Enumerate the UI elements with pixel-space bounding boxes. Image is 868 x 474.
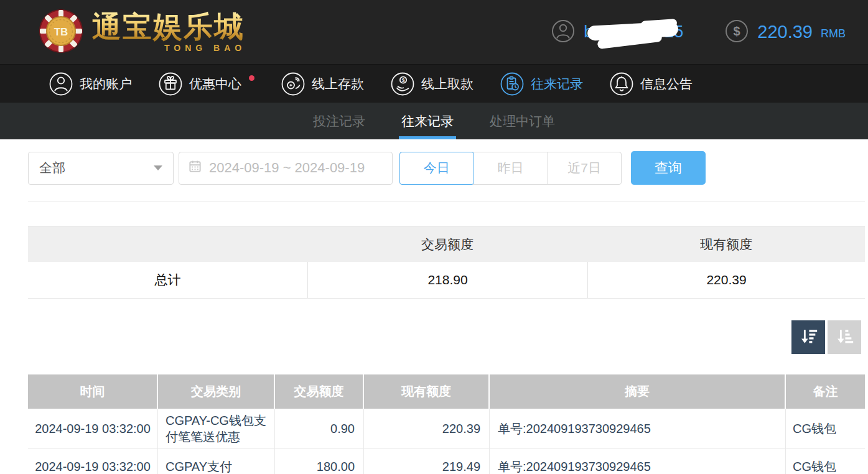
balance[interactable]: $ 220.39 RMB: [724, 19, 846, 46]
cell-summary: 单号:202409193730929465: [490, 449, 786, 474]
dollar-coin-icon: $: [724, 19, 749, 46]
nav-label: 线上存款: [312, 75, 364, 93]
cell-type: CGPAY支付: [158, 449, 275, 474]
tab-pending-orders[interactable]: 处理中订单: [488, 103, 557, 139]
poker-chip-logo-icon: TB: [39, 9, 83, 56]
notification-dot: [249, 75, 254, 81]
sort-ascending-button[interactable]: [828, 320, 861, 354]
balance-currency: RMB: [821, 27, 846, 40]
summary-header-amount: 交易额度: [307, 226, 587, 262]
username-redacted: bc 25: [584, 19, 683, 45]
cell-note: CG钱包: [786, 449, 865, 474]
clipboard-clock-icon: [500, 72, 525, 96]
nav-label: 往来记录: [531, 75, 583, 93]
person-icon: [49, 72, 73, 96]
cell-type: CGPAY-CG钱包支付笔笔送优惠: [158, 409, 275, 448]
user-account[interactable]: bc 25: [551, 19, 683, 46]
summary-total-label: 总计: [28, 262, 307, 298]
quick-range-label: 今日: [424, 159, 450, 177]
nav-label: 我的账户: [80, 75, 132, 93]
record-tabs-bar: 投注记录 往来记录 处理中订单: [0, 103, 868, 139]
sort-descending-button[interactable]: [791, 320, 825, 354]
tab-label: 往来记录: [401, 113, 454, 130]
nav-item-deposit[interactable]: 线上存款: [281, 72, 364, 96]
coin-hand-withdraw-icon: $: [390, 72, 415, 96]
summary-total-balance: 220.39: [587, 262, 865, 298]
records-header-row: 时间 交易类别 交易额度 现有额度 摘要 备注: [28, 374, 865, 409]
cell-time: 2024-09-19 03:32:00: [28, 449, 158, 474]
nav-item-promotions[interactable]: 优惠中心: [158, 72, 254, 96]
nav-label: 优惠中心: [189, 75, 241, 93]
col-header-time: 时间: [28, 374, 158, 409]
sort-ascending-icon: [834, 326, 855, 349]
nav-item-transaction-records[interactable]: 往来记录: [500, 72, 583, 96]
col-header-summary: 摘要: [490, 374, 786, 409]
cell-amount: 180.00: [275, 449, 364, 474]
quick-range-today[interactable]: 今日: [399, 152, 474, 185]
col-header-note: 备注: [786, 374, 865, 409]
summary-total-amount: 218.90: [307, 262, 587, 298]
active-tab-underline: [399, 136, 456, 139]
calendar-icon: [188, 159, 202, 177]
quick-range-label: 近7日: [567, 159, 601, 177]
gift-icon: [158, 72, 183, 96]
cell-balance: 219.49: [364, 449, 490, 474]
quick-range-group: 今日 昨日 近7日: [399, 152, 622, 185]
summary-header-row: 交易额度 现有额度: [28, 226, 865, 262]
balance-amount: 220.39: [757, 22, 813, 42]
bell-icon: [609, 72, 634, 96]
quick-range-last7days[interactable]: 近7日: [548, 152, 621, 184]
quick-range-label: 昨日: [498, 159, 524, 177]
sort-descending-icon: [798, 326, 819, 349]
brand-name-en: TONG BAO: [92, 43, 246, 53]
type-select[interactable]: 全部: [28, 152, 174, 185]
nav-label: 信息公告: [640, 75, 693, 93]
cell-balance: 220.39: [364, 409, 490, 448]
coin-hand-deposit-icon: [281, 72, 306, 96]
tab-betting-records[interactable]: 投注记录: [311, 103, 367, 139]
avatar-icon: [551, 19, 576, 46]
summary-header-balance: 现有额度: [587, 226, 865, 262]
divider: [28, 201, 865, 202]
tab-transaction-records[interactable]: 往来记录: [399, 103, 455, 139]
brand-logo[interactable]: TB 通宝娱乐城 TONG BAO: [39, 9, 246, 56]
cell-time: 2024-09-19 03:32:00: [28, 409, 158, 448]
cell-amount: 0.90: [275, 409, 364, 448]
table-row: 2024-09-19 03:32:00 CGPAY-CG钱包支付笔笔送优惠 0.…: [28, 409, 865, 449]
nav-item-withdraw[interactable]: $ 线上取款: [390, 72, 474, 96]
quick-range-yesterday[interactable]: 昨日: [474, 152, 548, 184]
transaction-records-page: TB 通宝娱乐城 TONG BAO bc 25: [0, 0, 868, 474]
cell-summary: 单号:202409193730929465: [490, 409, 786, 448]
svg-text:$: $: [734, 24, 740, 38]
brand-text: 通宝娱乐城 TONG BAO: [92, 11, 246, 52]
filter-bar: 全部 2024-09-19 ~ 2024-09-19 今日: [28, 151, 868, 185]
tab-label: 投注记录: [313, 113, 365, 130]
sort-toolbar: [0, 320, 868, 354]
summary-header-empty: [28, 226, 307, 262]
col-header-type: 交易类别: [158, 374, 275, 409]
date-range-value: 2024-09-19 ~ 2024-09-19: [209, 160, 365, 176]
type-select-value: 全部: [39, 159, 65, 177]
nav-label: 线上取款: [421, 75, 474, 93]
summary-table: 交易额度 现有额度 总计 218.90 220.39: [28, 226, 865, 299]
chevron-down-icon: [154, 165, 162, 170]
top-header: TB 通宝娱乐城 TONG BAO bc 25: [0, 0, 868, 64]
col-header-balance: 现有额度: [364, 374, 490, 409]
records-table: 时间 交易类别 交易额度 现有额度 摘要 备注 2024-09-19 03:32…: [28, 374, 865, 474]
col-header-amount: 交易额度: [275, 374, 364, 409]
cell-note: CG钱包: [786, 409, 865, 448]
tab-label: 处理中订单: [490, 113, 555, 130]
svg-text:$: $: [402, 77, 405, 83]
svg-text:TB: TB: [54, 26, 68, 38]
search-button[interactable]: 查询: [631, 151, 706, 185]
main-nav: 我的账户 优惠中心: [0, 64, 868, 103]
nav-item-my-account[interactable]: 我的账户: [49, 72, 132, 96]
date-range-input[interactable]: 2024-09-19 ~ 2024-09-19: [179, 152, 393, 185]
brand-name-cn: 通宝娱乐城: [92, 11, 246, 42]
summary-total-row: 总计 218.90 220.39: [28, 262, 865, 298]
table-row: 2024-09-19 03:32:00 CGPAY支付 180.00 219.4…: [28, 449, 865, 474]
header-account-area: bc 25 $ 220.39 RMB: [551, 19, 846, 46]
nav-item-announcements[interactable]: 信息公告: [609, 72, 693, 96]
